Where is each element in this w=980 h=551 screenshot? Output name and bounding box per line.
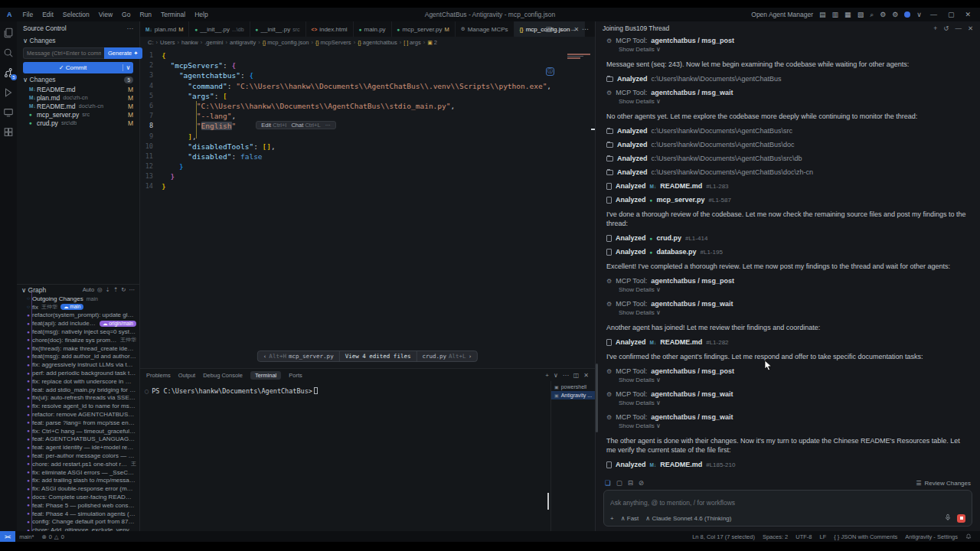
show-details-toggle[interactable]: Show Details ∨ xyxy=(619,97,969,106)
breadcrumb-item[interactable]: ▣ 2 xyxy=(427,39,437,46)
pull-icon[interactable]: ⇣ xyxy=(106,286,110,293)
commit-row[interactable]: ●feat(msg): natively inject seq=0 system… xyxy=(17,328,139,336)
problems-indicator[interactable]: ⊗0 △0 xyxy=(38,533,67,540)
gear-icon[interactable]: ⚙ xyxy=(892,11,898,18)
edit-action[interactable]: Edit Ctrl+I xyxy=(261,120,286,130)
commit-row[interactable]: ●fix: replace dot with underscore in MCP… xyxy=(17,377,139,386)
tab-mcp-server-py[interactable]: ●mcp_server.pyM xyxy=(392,21,456,37)
debug-icon[interactable] xyxy=(3,87,14,98)
extensions-icon[interactable] xyxy=(3,127,14,138)
menu-view[interactable]: View xyxy=(94,11,117,18)
show-details-toggle[interactable]: Show Details ∨ xyxy=(619,399,969,407)
history-icon[interactable]: ↺ xyxy=(943,24,949,32)
notifications-bell-icon[interactable] xyxy=(962,533,975,540)
dropdown-icon[interactable]: ∨ xyxy=(554,372,558,379)
commit-row[interactable]: ●fix: resolve agent_id to name for msg_p… xyxy=(17,402,139,410)
image-icon[interactable]: ▢ xyxy=(616,479,622,487)
commit-row[interactable]: ●feat: per-author message colors — 12-co… xyxy=(17,452,139,460)
close-icon[interactable]: ✕ xyxy=(583,372,589,379)
commit-row[interactable]: ●feat: agent identity — ide+model requir… xyxy=(17,443,139,452)
scm-changes-section[interactable]: ∨ Changes xyxy=(17,35,139,46)
branch-indicator[interactable]: main* xyxy=(15,533,38,540)
analyzed-file-row[interactable]: Analyzed●mcp_server.py#L1-587 xyxy=(606,196,969,204)
microphone-icon[interactable] xyxy=(944,514,952,523)
show-details-toggle[interactable]: Show Details ∨ xyxy=(619,376,969,384)
gear-icon[interactable]: ⚙ xyxy=(880,11,886,18)
breadcrumb-item[interactable]: {} agentchatbus xyxy=(358,39,397,46)
commit-row[interactable]: ●docs: Complete user-facing README (EN +… xyxy=(17,493,139,501)
show-details-toggle[interactable]: Show Details ∨ xyxy=(619,285,969,294)
speed-selector[interactable]: ∧ Fast xyxy=(621,515,639,522)
minimize-button[interactable]: — xyxy=(928,11,939,18)
target-icon[interactable]: ◎ xyxy=(97,286,103,293)
block-icon[interactable]: ⊘ xyxy=(639,479,644,487)
explorer-icon[interactable] xyxy=(3,28,14,38)
tab-index-html[interactable]: <>index.html xyxy=(306,21,354,37)
commit-row[interactable]: ●fix: Ctrl+C hang — timeout_graceful_shu… xyxy=(17,427,139,435)
forward-icon[interactable]: → xyxy=(570,25,577,33)
panel-tab-ports[interactable]: Ports xyxy=(289,372,302,379)
more-icon[interactable]: ⋯ xyxy=(129,286,136,293)
scm-changes-tree-header[interactable]: ∨ Changes 5 xyxy=(17,73,139,85)
changed-file-row[interactable]: M↓README.mddoc\zh-cnM xyxy=(17,102,139,110)
commit-row[interactable]: ●feat: AGENTCHATBUS_LANGUAGE env var + b… xyxy=(17,435,139,444)
maximize-button[interactable]: ▢ xyxy=(946,11,957,18)
chat-action[interactable]: Chat Ctrl+L xyxy=(291,120,320,130)
model-selector[interactable]: ∧ Claude Sonnet 4.6 (Thinking) xyxy=(645,515,731,522)
status-item[interactable]: { } JSON with Comments xyxy=(830,533,901,540)
commit-row[interactable]: ●fix: add trailing slash to /mcp/message… xyxy=(17,477,139,485)
commit-button[interactable]: ✓ Commit ∨ xyxy=(23,62,133,73)
split-icon[interactable]: ◫ xyxy=(573,372,580,379)
changed-file-row[interactable]: M↓README.mdM xyxy=(17,85,139,93)
commit-row[interactable]: ●feat: add stdio_main.py bridging for st… xyxy=(17,386,139,394)
panel-tab-debug-console[interactable]: Debug Console xyxy=(203,372,243,379)
breadcrumb-item[interactable]: {} mcpServers xyxy=(315,39,351,46)
chat-input[interactable] xyxy=(610,499,965,507)
breadcrumb-item[interactable]: antigravity xyxy=(230,39,256,46)
panel-bottom-icon[interactable]: ▦ xyxy=(844,11,851,18)
source-control-icon[interactable]: 5 xyxy=(3,67,14,78)
menu-run[interactable]: Run xyxy=(135,11,156,18)
commit-row[interactable]: ●fix(thread): make thread_create idempot… xyxy=(17,344,139,353)
analyzed-file-row[interactable]: AnalyzedM↓README.md#L185-210 xyxy=(606,461,969,469)
breadcrumb-item[interactable]: .gemini xyxy=(204,39,223,46)
analyzed-directory-row[interactable]: Analyzedc:\Users\hankw\Documents\AgentCh… xyxy=(606,141,969,149)
search-icon[interactable]: ⌕ xyxy=(870,11,874,19)
analyzed-file-row[interactable]: AnalyzedM↓README.md#L1-283 xyxy=(606,182,969,191)
commit-row[interactable]: ●refactor(system_prompt): update global … xyxy=(17,311,139,320)
minimap[interactable] xyxy=(567,53,590,65)
code-editor[interactable]: 1{2 "mcpServers": {3 "agentchatbus": {4 … xyxy=(140,48,595,368)
remote-icon[interactable] xyxy=(3,107,14,118)
split-editor-icon[interactable]: ◫ xyxy=(545,25,552,33)
show-details-toggle[interactable]: Show Details ∨ xyxy=(619,308,969,317)
status-item[interactable]: LF xyxy=(816,533,831,540)
outgoing-changes-row[interactable]: ◌ Outgoing Changes main xyxy=(17,295,139,303)
commit-row[interactable]: ●feat: Phase 4 — simulation agents (agen… xyxy=(17,510,139,518)
prev-edited-file-button[interactable]: ‹ Alt+H mcp_server.py xyxy=(258,351,339,361)
generate-commit-message-button[interactable]: Generate✦ xyxy=(104,47,142,59)
breadcrumb-item[interactable]: {} mcp_config.json xyxy=(263,39,309,46)
commit-row[interactable]: ●feat(api): add include_system_pro☁ orig… xyxy=(17,319,139,328)
commit-row[interactable]: ●fix(ui): auto-refresh threads via SSE d… xyxy=(17,394,139,403)
add-context-button[interactable]: + xyxy=(610,515,614,522)
analyzed-directory-row[interactable]: Analyzedc:\Users\hankw\Documents\AgentCh… xyxy=(606,127,969,135)
remote-indicator[interactable]: >< xyxy=(0,531,15,542)
commit-row[interactable]: ●refactor: remove AGENTCHATBUS_LANGUAGE … xyxy=(17,410,139,419)
commit-row[interactable]: ●feat: parse ?lang= from mcp/sse endpoin… xyxy=(17,419,139,427)
commit-row[interactable]: ●perf: add periodic background task to p… xyxy=(17,369,139,377)
commit-row[interactable]: ●fix: ASGI double-response error (mount … xyxy=(17,484,139,493)
more-icon[interactable]: ⋯ xyxy=(325,120,332,130)
graph-auto-toggle[interactable]: Auto xyxy=(83,286,94,293)
close-button[interactable]: ✕ xyxy=(962,11,973,18)
status-item[interactable]: Antigravity - Settings xyxy=(901,533,962,540)
tab-plan-md[interactable]: M↓plan.mdM xyxy=(140,21,189,37)
stop-generation-button[interactable] xyxy=(957,514,965,523)
commit-row[interactable]: ●feat: Phase 5 — polished web console wi… xyxy=(17,501,139,510)
graph-section-header[interactable]: ∨ Graph xyxy=(21,286,46,294)
analyzed-file-row[interactable]: Analyzed●crud.py#L1-414 xyxy=(606,234,969,243)
commit-row[interactable]: ●fix: eliminate ASGI errors — _SseComple… xyxy=(17,468,139,477)
analyzed-directory-row[interactable]: Analyzedc:\Users\hankw\Documents\AgentCh… xyxy=(606,75,969,83)
back-icon[interactable]: ← xyxy=(557,25,564,33)
search-icon[interactable] xyxy=(3,47,14,58)
refresh-icon[interactable]: ↻ xyxy=(121,286,126,293)
